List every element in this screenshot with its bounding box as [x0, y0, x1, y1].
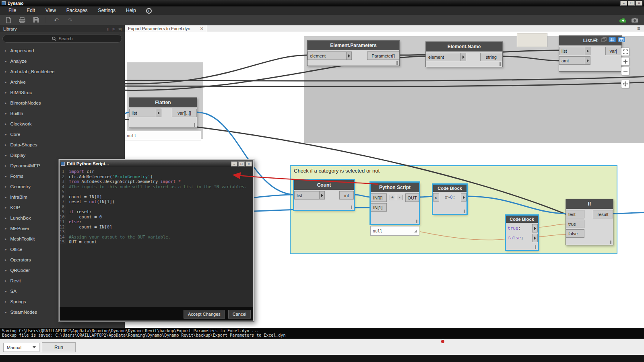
- print-icon[interactable]: [19, 16, 26, 24]
- menu-file[interactable]: File: [3, 6, 21, 15]
- input-port-in1[interactable]: IN[1]: [371, 203, 387, 212]
- node-count[interactable]: Count list int: [294, 180, 354, 210]
- node-header[interactable]: Code Block: [433, 185, 466, 192]
- new-file-icon[interactable]: [5, 16, 12, 24]
- input-port-list[interactable]: list: [129, 109, 161, 117]
- run-mode-select[interactable]: Manual: [3, 343, 39, 352]
- menu-help[interactable]: Help: [121, 6, 141, 15]
- output-port-var[interactable]: var[]..[]: [172, 109, 197, 117]
- redo-icon[interactable]: ↷: [66, 16, 74, 24]
- library-item[interactable]: ▸BuiltIn: [0, 108, 125, 119]
- input-port-list[interactable]: list: [294, 191, 325, 200]
- output-port-string[interactable]: string: [480, 53, 502, 61]
- input-port-list[interactable]: list: [559, 47, 590, 55]
- node-python-script[interactable]: Python Script IN[0] IN[1] + - OUT: [370, 182, 419, 224]
- upload-cloud-icon[interactable]: [619, 16, 626, 24]
- menu-settings[interactable]: Settings: [93, 6, 121, 15]
- tab-close-icon[interactable]: ✕: [200, 26, 204, 31]
- library-item[interactable]: ▸Ampersand: [0, 45, 125, 56]
- node-header[interactable]: Code Block: [506, 216, 538, 223]
- node-header[interactable]: Count: [294, 180, 354, 190]
- library-item-label: BimorphNodes: [10, 101, 41, 105]
- cancel-button[interactable]: Cancel: [228, 310, 251, 319]
- input-port-element[interactable]: element: [426, 53, 466, 61]
- library-item[interactable]: ▸Archive: [0, 77, 125, 87]
- undock-icon[interactable]: |◁: [112, 27, 115, 31]
- collapse-panel-icon[interactable]: ◁|: [118, 27, 122, 31]
- node-if[interactable]: If test true false result: [566, 199, 613, 245]
- library-item[interactable]: ▸Analyze: [0, 56, 125, 66]
- node-flatten[interactable]: Flatten list var[]..[]: [129, 97, 197, 128]
- output-port[interactable]: [461, 193, 466, 202]
- run-button[interactable]: Run: [42, 342, 76, 352]
- node-header[interactable]: If: [566, 199, 613, 209]
- cloud-preview-icon[interactable]: [592, 37, 599, 42]
- library-item[interactable]: ▸Archi-lab_Bumblebee: [0, 66, 125, 77]
- minimize-button[interactable]: –: [620, 1, 627, 6]
- node-header[interactable]: Flatten: [129, 98, 197, 107]
- node-header[interactable]: Python Script: [371, 183, 419, 192]
- add-input-button[interactable]: +: [390, 195, 395, 200]
- dialog-maximize-button[interactable]: □: [238, 161, 245, 167]
- zoom-out-button[interactable]: [621, 67, 630, 75]
- node-header[interactable]: Element.Parameters: [308, 41, 399, 50]
- save-icon[interactable]: [32, 16, 39, 24]
- tab-export-parameters[interactable]: Export Parameters to Excel.dyn ✕: [125, 25, 207, 32]
- camera-icon[interactable]: [631, 16, 638, 24]
- remove-input-button[interactable]: -: [397, 195, 402, 200]
- tab-overflow-menu-icon[interactable]: ≡: [637, 26, 644, 31]
- input-port-element[interactable]: element: [308, 51, 352, 60]
- output-port-int[interactable]: int: [339, 191, 354, 200]
- input-port-true[interactable]: true: [566, 220, 584, 228]
- undo-icon[interactable]: ↶: [53, 16, 60, 24]
- zoom-fit-button[interactable]: [621, 47, 630, 56]
- resize-handle-icon[interactable]: [414, 230, 417, 232]
- node-code-block-2[interactable]: Code Block true; false;: [506, 215, 538, 250]
- close-button[interactable]: ×: [636, 1, 642, 6]
- library-item[interactable]: ▸Data-Shapes: [0, 140, 125, 150]
- input-port-amt[interactable]: amt: [559, 56, 590, 65]
- library-item[interactable]: ▸Clockwork: [0, 119, 125, 129]
- graph-view-toggle[interactable]: [609, 37, 616, 42]
- output-port-result[interactable]: result: [593, 210, 613, 218]
- search-input[interactable]: Search: [2, 35, 122, 43]
- dialog-titlebar[interactable]: Edit Python Script... – □ ×: [60, 160, 253, 167]
- node-element-parameters[interactable]: Element.Parameters element Parameter[]: [307, 40, 400, 66]
- input-port-x[interactable]: x: [433, 193, 439, 202]
- code-line-true[interactable]: true;: [506, 225, 522, 232]
- node-header[interactable]: Element.Name: [426, 42, 502, 51]
- copy-layers-icon[interactable]: [601, 37, 607, 42]
- output-port-false[interactable]: [532, 234, 538, 242]
- output-port-true[interactable]: [532, 224, 538, 232]
- info-icon[interactable]: i: [146, 8, 152, 14]
- menu-edit[interactable]: Edit: [21, 6, 40, 15]
- code-line-false[interactable]: false;: [506, 234, 525, 241]
- library-item[interactable]: ▸Core: [0, 129, 125, 140]
- partial-node[interactable]: [517, 33, 547, 47]
- accept-changes-button[interactable]: Accept Changes: [184, 310, 225, 319]
- dialog-minimize-button[interactable]: –: [231, 161, 237, 167]
- input-port-test[interactable]: test: [566, 210, 584, 218]
- dock-left-icon[interactable]: ||: [107, 27, 108, 31]
- library-item[interactable]: ▸BIM4Struc: [0, 87, 125, 98]
- node-code-block-1[interactable]: Code Block x x>0;: [433, 184, 467, 214]
- python-preview-bubble[interactable]: null: [370, 226, 419, 236]
- input-port-false[interactable]: false: [566, 229, 584, 238]
- maximize-button[interactable]: □: [628, 1, 635, 6]
- dialog-code[interactable]: 1import clr2clr.AddReference('ProtoGeome…: [60, 167, 253, 307]
- menu-packages[interactable]: Packages: [61, 6, 93, 15]
- input-port-in0[interactable]: IN[0]: [371, 193, 387, 202]
- group-label[interactable]: Check if a category is selected or not: [291, 166, 617, 175]
- flatten-preview-bubble[interactable]: null: [125, 131, 201, 140]
- output-port-out[interactable]: OUT: [405, 193, 419, 202]
- zoom-in-button[interactable]: [621, 57, 630, 66]
- code-block-expression[interactable]: x>0;: [443, 194, 457, 201]
- output-port-parameters[interactable]: Parameter[]: [367, 51, 399, 60]
- node-element-name[interactable]: Element.Name element string: [425, 41, 503, 67]
- geometry-view-toggle[interactable]: [618, 37, 625, 42]
- output-port-var[interactable]: var[: [605, 47, 621, 55]
- library-item[interactable]: ▸BimorphNodes: [0, 98, 125, 108]
- pan-button[interactable]: [621, 80, 630, 88]
- dialog-close-button[interactable]: ×: [246, 161, 252, 167]
- menu-view[interactable]: View: [40, 6, 61, 15]
